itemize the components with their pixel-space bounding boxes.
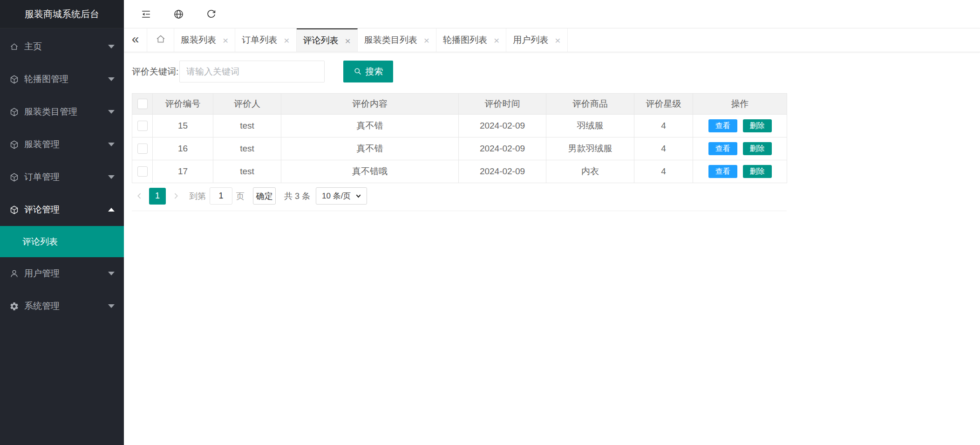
row-checkbox[interactable] [137,121,148,131]
actions-cell: 查看删除 [693,115,787,137]
sidebar-item-home[interactable]: 主页 [0,30,124,63]
table-cell: 内衣 [546,160,634,183]
tab-close-icon[interactable]: × [345,36,351,46]
chevron-down-icon [108,272,115,275]
sidebar-item-clothing-category[interactable]: 服装类目管理 [0,96,124,128]
column-header: 评价星级 [634,94,693,115]
comments-table: 评价编号评价人评价内容评价时间评价商品评价星级操作 15test真不错2024-… [132,93,787,183]
sidebar-item-comment[interactable]: 评论管理 [0,193,124,226]
cube-icon [9,107,19,117]
select-all-checkbox[interactable] [137,99,148,109]
row-checkbox[interactable] [137,166,148,177]
sidebar: 服装商城系统后台 主页轮播图管理服装类目管理服装管理订单管理评论管理评论列表用户… [0,0,124,445]
actions-cell: 查看删除 [693,137,787,160]
table-cell: 真不错 [281,115,459,137]
search-input[interactable] [179,61,325,82]
view-button[interactable]: 查看 [708,119,737,132]
page-unit-label: 页 [236,191,245,202]
sidebar-submenu: 评论列表 [0,226,124,257]
table-cell: 羽绒服 [546,115,634,137]
tab-close-icon[interactable]: × [555,35,560,45]
table-row: 16test真不错2024-02-09男款羽绒服4查看删除 [132,137,787,160]
table-cell: test [213,160,281,183]
actions-cell: 查看删除 [693,160,787,183]
sidebar-item-label: 订单管理 [24,171,108,183]
confirm-page-button[interactable]: 确定 [253,187,276,205]
sidebar-item-label: 评论管理 [24,204,108,216]
user-icon [9,268,19,279]
tab-label: 服装类目列表 [364,34,417,46]
current-page-button[interactable]: 1 [149,188,166,205]
tab-label: 服装列表 [181,34,216,46]
sidebar-item-order[interactable]: 订单管理 [0,161,124,193]
main-area: « 服装列表×订单列表×评论列表×服装类目列表×轮播图列表×用户列表× 评价关键… [124,0,980,445]
tab-close-icon[interactable]: × [284,35,289,45]
table-cell: 男款羽绒服 [546,137,634,160]
sidebar-item-clothing[interactable]: 服装管理 [0,128,124,161]
sidebar-item-user[interactable]: 用户管理 [0,257,124,290]
comment-list-panel: 评价关键词: 搜索 评价编号评价人评价内容评价时间评价商品评价星级操作 [132,61,787,211]
prev-page-button[interactable] [134,188,144,205]
table-cell: 真不错哦 [281,160,459,183]
chevron-down-icon [108,175,115,179]
column-header: 评价人 [213,94,281,115]
tab-clothing-list[interactable]: 服装列表× [174,28,235,52]
gear-icon [9,301,19,311]
tab-label: 用户列表 [513,34,548,46]
goto-page-input[interactable] [210,187,232,205]
sidebar-item-label: 服装类目管理 [24,106,108,118]
tab-user-list[interactable]: 用户列表× [506,28,567,52]
tab-clothing-category-list[interactable]: 服装类目列表× [358,28,436,52]
view-button[interactable]: 查看 [708,142,737,155]
tab-home[interactable] [147,28,174,52]
table-cell: 4 [634,115,693,137]
sidebar-item-label: 服装管理 [24,138,108,151]
column-header: 评价时间 [459,94,546,115]
sidebar-subitem-comment-list[interactable]: 评论列表 [0,226,124,257]
table-cell: 4 [634,160,693,183]
tab-carousel-list[interactable]: 轮播图列表× [436,28,506,52]
tab-comment-list[interactable]: 评论列表× [297,28,358,52]
sidebar-menu: 主页轮播图管理服装类目管理服装管理订单管理评论管理评论列表用户管理系统管理 [0,28,124,322]
chevron-down-icon [108,110,115,114]
sidebar-item-carousel[interactable]: 轮播图管理 [0,63,124,96]
refresh-icon [205,8,217,20]
collapse-menu-button[interactable] [136,5,155,23]
tab-close-icon[interactable]: × [424,35,429,45]
tab-label: 轮播图列表 [443,34,487,46]
delete-button[interactable]: 删除 [743,165,772,178]
refresh-button[interactable] [202,5,220,23]
app-title: 服装商城系统后台 [0,0,124,28]
cube-icon [9,172,19,182]
tabs-collapse-button[interactable]: « [124,28,147,52]
page-size-select[interactable]: 10 条/页 [316,187,367,205]
table-cell: 2024-02-09 [459,115,546,137]
delete-button[interactable]: 删除 [743,119,772,132]
tab-close-icon[interactable]: × [223,35,228,45]
chevron-down-icon [108,304,115,308]
tabs-container: 服装列表×订单列表×评论列表×服装类目列表×轮播图列表×用户列表× [174,28,568,52]
table-cell: 15 [153,115,213,137]
delete-button[interactable]: 删除 [743,142,772,155]
tab-order-list[interactable]: 订单列表× [235,28,296,52]
table-row: 17test真不错哦2024-02-09内衣4查看删除 [132,160,787,183]
row-checkbox[interactable] [137,144,148,154]
column-header: 评价编号 [153,94,213,115]
cube-icon [9,139,19,150]
sidebar-item-system[interactable]: 系统管理 [0,290,124,322]
search-button[interactable]: 搜索 [343,61,393,82]
goto-page-label: 到第 [189,191,206,202]
globe-button[interactable] [169,5,188,23]
table-header-row: 评价编号评价人评价内容评价时间评价商品评价星级操作 [132,94,787,115]
tab-close-icon[interactable]: × [494,35,499,45]
table-cell: test [213,137,281,160]
table-body: 15test真不错2024-02-09羽绒服4查看删除16test真不错2024… [132,115,787,183]
column-header: 操作 [693,94,787,115]
table-cell: 2024-02-09 [459,137,546,160]
view-button[interactable]: 查看 [708,165,737,178]
sidebar-item-label: 轮播图管理 [24,73,108,85]
chevron-up-icon [108,208,115,212]
chevron-down-icon [108,77,115,81]
next-page-button[interactable] [170,188,181,205]
search-label: 评价关键词: [132,66,179,78]
